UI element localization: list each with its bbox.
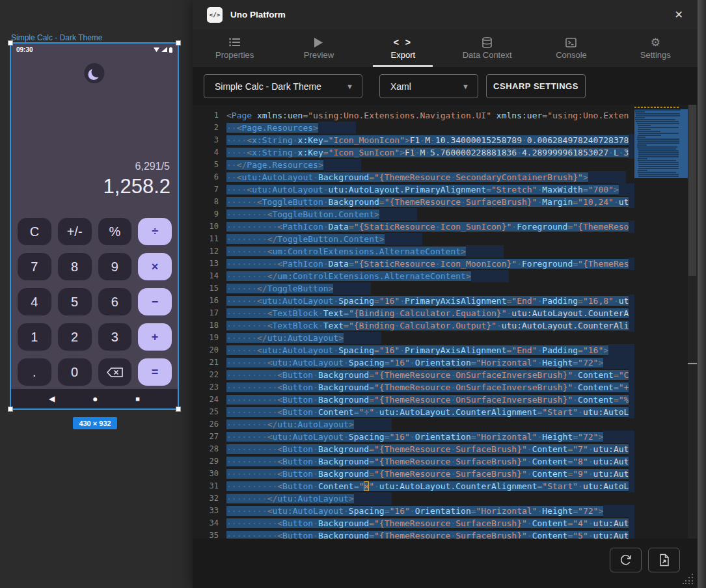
line-number: 10 xyxy=(193,220,219,233)
tab-data-context[interactable]: Data Context xyxy=(445,29,529,67)
code-line[interactable]: 25··········<Button·Content="÷"·utu:Auto… xyxy=(193,406,634,418)
home-icon[interactable]: ● xyxy=(92,394,98,404)
code-line[interactable]: 29··········<Button·Background="{ThemeRe… xyxy=(193,455,634,468)
code-line[interactable]: 31··········<Button·Content="×"·utu:Auto… xyxy=(193,480,634,492)
scrollbar-marker xyxy=(688,363,697,364)
minimap-line xyxy=(638,164,679,165)
code-line[interactable]: 19······</utu:AutoLayout> xyxy=(193,332,634,344)
line-number: 35 xyxy=(193,529,219,539)
tab-export[interactable]: < >Export xyxy=(361,29,445,67)
tab-preview[interactable]: Preview xyxy=(277,29,360,67)
minimap[interactable] xyxy=(634,108,688,535)
code-line[interactable]: 5··</Page.Resources> xyxy=(193,159,634,171)
code-line[interactable]: 13··········<PathIcon·Data="{StaticResou… xyxy=(193,258,634,270)
tab-settings[interactable]: ⚙Settings xyxy=(614,29,698,67)
close-icon[interactable]: ✕ xyxy=(675,8,683,21)
code-line[interactable]: 16······<utu:AutoLayout·Spacing="16"·Pri… xyxy=(193,295,634,307)
key-C[interactable]: C xyxy=(18,218,51,245)
code-line[interactable]: 10··········<PathIcon·Data="{StaticResou… xyxy=(193,220,634,233)
code-line[interactable]: 28··········<Button·Background="{ThemeRe… xyxy=(193,443,634,455)
code-line[interactable]: 33········<utu:AutoLayout·Spacing="16"·O… xyxy=(193,505,634,517)
key-backspace[interactable] xyxy=(98,358,132,386)
code-line[interactable]: 35··········<Button·Background="{ThemeRe… xyxy=(193,529,634,539)
vertical-scrollbar[interactable] xyxy=(688,105,697,539)
play-icon xyxy=(314,36,323,48)
theme-toggle-button[interactable] xyxy=(85,63,105,83)
code-line[interactable]: 15······</ToggleButton> xyxy=(193,282,634,295)
key-9[interactable]: 9 xyxy=(98,253,132,280)
tab-bar: PropertiesPreview< >ExportData ContextCo… xyxy=(193,29,698,67)
back-icon[interactable]: ◀ xyxy=(49,394,55,403)
code-line[interactable]: 27········<utu:AutoLayout·Spacing="16"·O… xyxy=(193,431,634,443)
key-2[interactable]: 2 xyxy=(58,323,92,351)
window-edge-shadow xyxy=(698,0,706,588)
export-file-button[interactable] xyxy=(648,548,680,572)
export-toolbar: Simple Calc - Dark Theme ▼ Xaml ▼ CSHARP… xyxy=(193,67,698,105)
key-8[interactable]: 8 xyxy=(58,253,92,280)
key-.[interactable]: . xyxy=(18,358,51,386)
code-line[interactable]: 7····<utu:AutoLayout·utu:AutoLayout.Prim… xyxy=(193,183,634,196)
key-+/-[interactable]: +/- xyxy=(58,218,92,245)
refresh-button[interactable] xyxy=(610,548,642,572)
code-line[interactable]: 26········</utu:AutoLayout> xyxy=(193,418,634,431)
selection-handle-bottom-left[interactable] xyxy=(8,407,13,412)
line-number: 2 xyxy=(193,122,219,134)
line-number: 14 xyxy=(193,270,219,282)
code-line[interactable]: 24··········<Button·Background="{ThemeRe… xyxy=(193,394,634,406)
key-7[interactable]: 7 xyxy=(18,253,51,280)
code-line[interactable]: 11········</ToggleButton.Content> xyxy=(193,233,634,245)
line-number: 7 xyxy=(193,183,219,196)
key-6[interactable]: 6 xyxy=(98,288,132,315)
minimap-line xyxy=(638,129,651,130)
code-line[interactable]: 12········<um:ControlExtensions.Alternat… xyxy=(193,245,634,258)
key-+[interactable]: + xyxy=(138,323,172,351)
code-editor[interactable]: 1<Page xmlns:uen="using:Uno.Extensions.N… xyxy=(193,105,698,539)
code-line[interactable]: 3····<x:String·x:Key="Icon_MoonIcon">F1·… xyxy=(193,134,634,146)
key-5[interactable]: 5 xyxy=(58,288,92,315)
code-line[interactable]: 21········<utu:AutoLayout·Spacing="16"·O… xyxy=(193,356,634,369)
selection-handle-bottom-right[interactable] xyxy=(176,407,181,412)
code-line[interactable]: 34··········<Button·Background="{ThemeRe… xyxy=(193,517,634,529)
code-line[interactable]: 20······<utu:AutoLayout·Spacing="16"·Pri… xyxy=(193,344,634,356)
line-number: 11 xyxy=(193,233,219,245)
resize-grip[interactable] xyxy=(682,573,694,585)
theme-dropdown[interactable]: Simple Calc - Dark Theme ▼ xyxy=(204,74,362,98)
code-line[interactable]: 17········<TextBlock·Text="{Binding·Calc… xyxy=(193,307,634,319)
key-×[interactable]: × xyxy=(138,253,172,280)
recent-icon[interactable]: ■ xyxy=(135,395,140,403)
minimap-line xyxy=(636,121,679,122)
code-line[interactable]: 32········</utu:AutoLayout> xyxy=(193,492,634,505)
key-%[interactable]: % xyxy=(98,218,132,245)
key-÷[interactable]: ÷ xyxy=(138,218,172,245)
code-line[interactable]: 2··<Page.Resources> xyxy=(193,122,634,134)
tab-properties[interactable]: Properties xyxy=(193,29,277,67)
key-3[interactable]: 3 xyxy=(98,323,132,351)
code-line[interactable]: 22··········<Button·Background="{ThemeRe… xyxy=(193,369,634,381)
selection-handle-top-right[interactable] xyxy=(176,40,181,46)
code-line[interactable]: 4····<x:String·x:Key="Icon_SunIcon">F1·M… xyxy=(193,146,634,159)
minimap-line xyxy=(638,131,660,132)
format-dropdown[interactable]: Xaml ▼ xyxy=(379,74,478,98)
key-0[interactable]: 0 xyxy=(58,358,92,386)
code-line[interactable]: 18········<TextBlock·Text="{Binding·Calc… xyxy=(193,319,634,332)
code-line[interactable]: 9········<ToggleButton.Content> xyxy=(193,208,634,220)
code-line[interactable]: 1<Page xmlns:uen="using:Uno.Extensions.N… xyxy=(193,109,634,122)
scrollbar-thumb[interactable] xyxy=(688,105,696,276)
phone-artboard[interactable]: 09:30 6,291/5 1,258.2 C+/-%÷789×456−123+… xyxy=(10,42,179,410)
code-lines[interactable]: 1<Page xmlns:uen="using:Uno.Extensions.N… xyxy=(193,109,634,539)
theme-dropdown-value: Simple Calc - Dark Theme xyxy=(204,81,321,92)
key-−[interactable]: − xyxy=(138,288,172,315)
selection-handle-top-left[interactable] xyxy=(8,40,13,46)
code-line[interactable]: 14········</um:ControlExtensions.Alterna… xyxy=(193,270,634,282)
tab-console[interactable]: Console xyxy=(529,29,613,67)
csharp-settings-button[interactable]: CSHARP SETTINGS xyxy=(486,74,586,98)
code-line[interactable]: 6··<utu:AutoLayout·Background="{ThemeRes… xyxy=(193,171,634,183)
key-1[interactable]: 1 xyxy=(18,323,51,351)
code-line[interactable]: 30··········<Button·Background="{ThemeRe… xyxy=(193,468,634,480)
minimap-line xyxy=(635,119,675,120)
key-4[interactable]: 4 xyxy=(18,288,51,315)
key-=[interactable]: = xyxy=(138,358,172,386)
code-line[interactable]: 8······<ToggleButton·Background="{ThemeR… xyxy=(193,196,634,208)
line-number: 16 xyxy=(193,295,219,307)
code-line[interactable]: 23··········<Button·Background="{ThemeRe… xyxy=(193,381,634,394)
